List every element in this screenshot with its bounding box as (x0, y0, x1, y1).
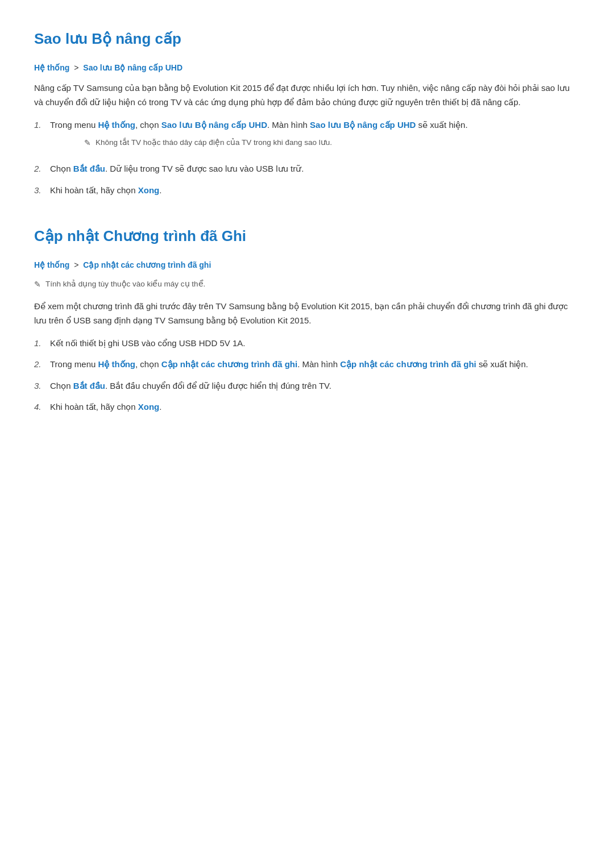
section-update: Cập nhật Chương trình đã Ghi Hệ thống > … (34, 225, 580, 414)
breadcrumb-part1-update: Hệ thống (34, 260, 69, 269)
step-4-content-update: Khi hoàn tất, hãy chọn Xong. (50, 400, 580, 414)
step-2-update: Trong menu Hệ thống, chọn Cập nhật các c… (34, 357, 580, 372)
pencil-icon-step1: ✎ (84, 136, 91, 150)
breadcrumb-backup: Hệ thống > Sao lưu Bộ nâng cấp UHD (34, 61, 580, 74)
breadcrumb-part2-update: Cập nhật các chương trình đã ghi (83, 260, 211, 269)
step2-link1-update: Hệ thống (98, 359, 135, 369)
steps-list-backup: Trong menu Hệ thống, chọn Sao lưu Bộ nân… (34, 118, 580, 197)
step-2-content-backup: Chọn Bắt đầu. Dữ liệu trong TV sẽ được s… (50, 161, 580, 176)
step-4-update: Khi hoàn tất, hãy chọn Xong. (34, 400, 580, 414)
step1-link2-backup: Sao lưu Bộ nâng cấp UHD (161, 120, 267, 130)
step4-link1-update: Xong (138, 402, 160, 412)
step1-note-text-backup: Không tắt TV hoặc tháo dây cáp điện của … (96, 136, 332, 149)
step-1-update: Kết nối thiết bị ghi USB vào cổng USB HD… (34, 336, 580, 351)
step2-link3-update: Cập nhật các chương trình đã ghi (340, 359, 476, 369)
step2-link1-backup: Bắt đầu (73, 164, 105, 173)
section-title-update: Cập nhật Chương trình đã Ghi (34, 225, 580, 251)
step-3-update: Chọn Bắt đầu. Bắt đầu chuyển đổi để dữ l… (34, 379, 580, 393)
step1-link1-backup: Hệ thống (98, 120, 135, 130)
step-1-content-backup: Trong menu Hệ thống, chọn Sao lưu Bộ nân… (50, 118, 580, 155)
breadcrumb-separator-update: > (74, 260, 81, 269)
step-3-content-backup: Khi hoàn tất, hãy chọn Xong. (50, 183, 580, 198)
pencil-icon-availability: ✎ (34, 278, 41, 290)
step-3-backup: Khi hoàn tất, hãy chọn Xong. (34, 183, 580, 198)
breadcrumb-part1-backup: Hệ thống (34, 63, 69, 72)
breadcrumb-part2-backup: Sao lưu Bộ nâng cấp UHD (83, 63, 182, 72)
step2-link2-update: Cập nhật các chương trình đã ghi (161, 359, 298, 369)
section-backup: Sao lưu Bộ nâng cấp Hệ thống > Sao lưu B… (34, 27, 580, 197)
availability-note-update: ✎ Tính khả dụng tùy thuộc vào kiểu máy c… (34, 278, 580, 290)
breadcrumb-update: Hệ thống > Cập nhật các chương trình đã … (34, 259, 580, 271)
step-2-backup: Chọn Bắt đầu. Dữ liệu trong TV sẽ được s… (34, 161, 580, 176)
breadcrumb-separator-backup: > (74, 63, 81, 72)
step1-note-backup: ✎ Không tắt TV hoặc tháo dây cáp điện củ… (66, 136, 580, 150)
step-1-backup: Trong menu Hệ thống, chọn Sao lưu Bộ nân… (34, 118, 580, 155)
steps-list-update: Kết nối thiết bị ghi USB vào cổng USB HD… (34, 336, 580, 414)
step3-link1-update: Bắt đầu (73, 381, 105, 391)
section-title-backup: Sao lưu Bộ nâng cấp (34, 27, 580, 53)
step-1-content-update: Kết nối thiết bị ghi USB vào cổng USB HD… (50, 336, 580, 351)
step-3-content-update: Chọn Bắt đầu. Bắt đầu chuyển đổi để dữ l… (50, 379, 580, 393)
step-2-content-update: Trong menu Hệ thống, chọn Cập nhật các c… (50, 357, 580, 372)
intro-text-backup: Nâng cấp TV Samsung của bạn bằng bộ Evol… (34, 81, 580, 110)
step3-link1-backup: Xong (138, 185, 160, 195)
intro-text-update: Để xem một chương trình đã ghi trước đây… (34, 299, 580, 328)
availability-text-update: Tính khả dụng tùy thuộc vào kiểu máy cụ … (45, 278, 205, 290)
step1-link3-backup: Sao lưu Bộ nâng cấp UHD (310, 120, 416, 130)
